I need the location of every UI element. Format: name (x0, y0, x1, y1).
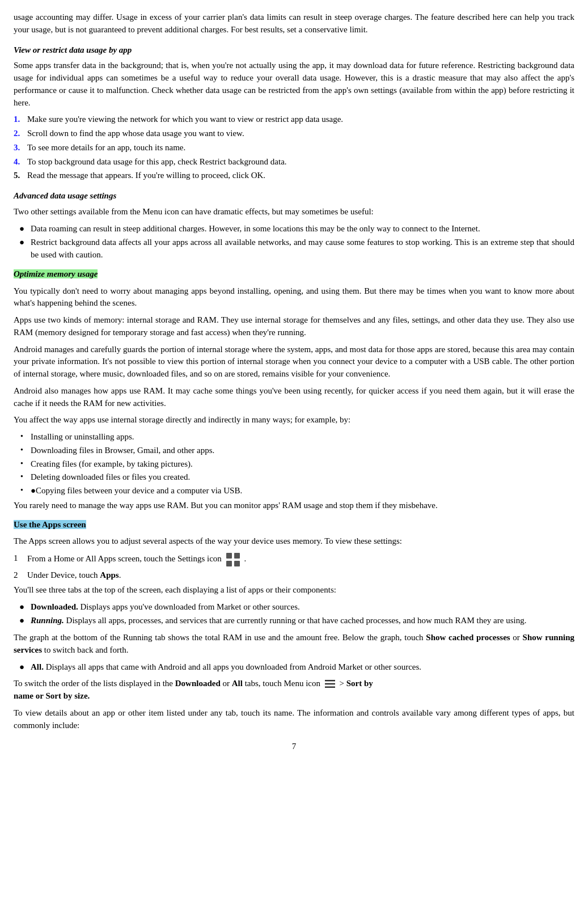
apps-step2-suffix: . (119, 570, 121, 580)
step-num-5: 5. (14, 170, 20, 182)
step-5: 5. Read the message that appears. If you… (14, 170, 574, 182)
page-number: 7 (292, 742, 297, 751)
sort-suffix-pre: tabs, touch Menu icon (243, 679, 320, 688)
section-optimize: Optimize memory usage You typically don'… (14, 268, 574, 512)
sort-end: . (88, 691, 90, 700)
step-text-4: To stop background data usage for this a… (27, 157, 287, 166)
tab-all-bullet: All. Displays all apps that came with An… (14, 661, 574, 674)
sort-downloaded: Downloaded (175, 679, 221, 688)
sub-bullet-4: Deleting downloaded files or files you c… (19, 471, 574, 484)
running-cached-label: Show cached processes (426, 633, 510, 642)
apps-step1-row: 1 From a Home or All Apps screen, touch … (14, 552, 574, 567)
apps-step2-bold: Apps (100, 570, 119, 580)
section3-para3: Android manages and carefully guards the… (14, 344, 574, 380)
menu-icon (324, 678, 336, 690)
tab-all-label: All. (31, 662, 44, 671)
tab-downloaded: Downloaded. Displays apps you've downloa… (14, 601, 574, 614)
sub-bullet-3: Creating files (for example, by taking p… (19, 458, 574, 471)
sort-or1: or (221, 679, 232, 688)
section4-tabs-intro: You'll see three tabs at the top of the … (14, 584, 574, 597)
section-view-restrict: View or restrict data usage by app Some … (14, 44, 574, 183)
tab-all: All. Displays all apps that came with An… (14, 661, 574, 674)
sort-prefix: To switch the order of the lists display… (14, 679, 175, 688)
step-2: 2. Scroll down to find the app whose dat… (14, 128, 574, 140)
sort-by-name: name (14, 691, 33, 700)
settings-icon (226, 552, 240, 567)
section2-intro: Two other settings available from the Me… (14, 206, 574, 218)
sort-suffix-post: > (340, 679, 346, 688)
sort-by-size: Sort by size (45, 691, 87, 700)
section4-view-para: To view details about an app or other it… (14, 707, 574, 732)
svg-rect-6 (325, 686, 335, 688)
step-text-2: Scroll down to find the app whose data u… (27, 129, 244, 138)
running-end: to switch back and forth. (42, 645, 128, 654)
tab-bullets: Downloaded. Displays apps you've downloa… (14, 601, 574, 628)
sub-bullet-5: ●Copying files between your device and a… (19, 485, 574, 497)
apps-step2-text: Under Device, touch Apps. (27, 569, 121, 582)
intro-paragraph: usage accounting may differ. Usage in ex… (14, 11, 574, 36)
tab-running-label: Running. (31, 616, 64, 625)
sort-by-paragraph: To switch the order of the lists display… (14, 678, 574, 690)
svg-rect-0 (226, 553, 232, 559)
svg-rect-1 (234, 553, 240, 559)
svg-rect-5 (325, 683, 335, 685)
apps-step2-row: 2 Under Device, touch Apps. (14, 569, 574, 582)
step-num-3: 3. (14, 142, 20, 154)
section1-heading: View or restrict data usage by app (14, 44, 574, 57)
section3-para5: You affect the way apps use internal sto… (14, 414, 574, 426)
step-text-5: Read the message that appears. If you're… (27, 171, 265, 180)
svg-rect-4 (325, 680, 335, 682)
sub-bullet-5-text: Copying files between your device and a … (36, 486, 242, 495)
section4-heading: Use the Apps screen (14, 519, 574, 531)
page-footer: 7 (14, 741, 574, 753)
tab-downloaded-label: Downloaded. (31, 602, 78, 611)
bullet-data-roaming: Data roaming can result in steep additio… (14, 223, 574, 235)
section3-para2: Apps use two kinds of memory: internal s… (14, 314, 574, 339)
tab-running-text: Displays all apps, processes, and servic… (64, 616, 527, 625)
sort-all: All (232, 679, 243, 688)
sort-by-label: Sort by (346, 679, 373, 688)
sub-bullet-1: Installing or uninstalling apps. (19, 431, 574, 443)
svg-rect-2 (226, 561, 232, 566)
sub-bullet-5-bullet: ● (31, 486, 36, 495)
section-advanced: Advanced data usage settings Two other s… (14, 190, 574, 261)
apps-step2-num: 2 (14, 569, 27, 582)
step-num-1: 1. (14, 113, 20, 126)
step-text-3: To see more details for an app, touch it… (27, 143, 185, 152)
apps-step1-suffix: . (244, 554, 246, 563)
section4-heading-text: Use the Apps screen (14, 520, 86, 529)
section3-para-end: You rarely need to manage the way apps u… (14, 500, 574, 512)
svg-rect-3 (234, 561, 240, 566)
section3-para4: Android also manages how apps use RAM. I… (14, 385, 574, 410)
step-num-4: 4. (14, 156, 20, 168)
step-num-2: 2. (14, 128, 20, 140)
page-content: usage accounting may differ. Usage in ex… (14, 11, 574, 753)
section3-heading: Optimize memory usage (14, 268, 574, 281)
step-3: 3. To see more details for an app, touch… (14, 142, 574, 154)
tab-downloaded-text: Displays apps you've downloaded from Mar… (78, 602, 300, 611)
apps-step1-num: 1 (14, 552, 27, 565)
sub-bullet-2: Downloading files in Browser, Gmail, and… (19, 445, 574, 457)
tab-running: Running. Displays all apps, processes, a… (14, 615, 574, 627)
tab-all-text: Displays all apps that came with Android… (44, 662, 421, 671)
sort-continuation-line: name or Sort by size. (14, 690, 574, 703)
section1-steps: 1. Make sure you're viewing the network … (14, 113, 574, 182)
running-graph-note: The graph at the bottom of the Running t… (14, 632, 574, 657)
apps-step1-label: From a Home or All Apps screen, touch th… (27, 554, 222, 563)
section3-para1: You typically don't need to worry about … (14, 285, 574, 310)
section3-sub-bullets: Installing or uninstalling apps. Downloa… (19, 431, 574, 497)
section-apps-screen: Use the Apps screen The Apps screen allo… (14, 519, 574, 732)
section2-bullets: Data roaming can result in steep additio… (14, 223, 574, 261)
apps-step1-text: From a Home or All Apps screen, touch th… (27, 552, 246, 567)
bullet-restrict-background: Restrict background data affects all you… (14, 236, 574, 261)
section3-heading-text: Optimize memory usage (14, 269, 98, 278)
sort-or2: or (33, 691, 45, 700)
running-mid: or (510, 633, 523, 642)
step-text-1: Make sure you're viewing the network for… (27, 115, 343, 124)
apps-step2-prefix: Under Device, touch (27, 570, 100, 580)
section2-heading: Advanced data usage settings (14, 190, 574, 202)
running-graph-prefix: The graph at the bottom of the Running t… (14, 633, 426, 642)
section1-para1: Some apps transfer data in the backgroun… (14, 60, 574, 109)
step-1: 1. Make sure you're viewing the network … (14, 113, 574, 126)
step-4: 4. To stop background data usage for thi… (14, 156, 574, 168)
